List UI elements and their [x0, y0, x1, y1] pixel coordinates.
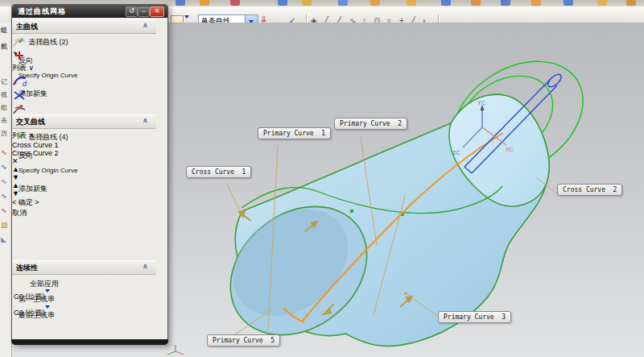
- collapse-arrow-icon[interactable]: ∧: [142, 21, 148, 29]
- primary-reverse-row[interactable]: 反向: [14, 52, 156, 68]
- curve-tool-icon-fragment: ∿: [1, 192, 7, 200]
- curve-tool-icon-fragment: ∿: [1, 163, 7, 171]
- label-cross-curve-2[interactable]: Cross Curve 2: [557, 184, 622, 196]
- dialog-titlebar[interactable]: 通过曲线网格 ↺ – ✕: [12, 5, 167, 18]
- section-header-cross-curves[interactable]: 交叉曲线 ∧: [12, 114, 156, 129]
- axis-label-zc: ZC: [452, 150, 460, 156]
- cross-origin-curve-row[interactable]: Specify Origin Curve: [14, 164, 156, 180]
- cross-origin-curve-label: Specify Origin Curve: [19, 167, 77, 174]
- primary-origin-curve-label: Specify Origin Curve: [19, 72, 77, 79]
- dialog-button-bar: < 确定 > 取消: [12, 197, 167, 218]
- toolbar-icon-fragment: [531, 0, 541, 6]
- toolbar-icon-fragment: [471, 0, 481, 6]
- leader-endpoint: [404, 292, 407, 295]
- collapse-arrow-icon[interactable]: ∧: [142, 116, 148, 124]
- panel-text-fragment: 航: [1, 42, 7, 51]
- toolbar-icon-fragment: [441, 0, 451, 6]
- dialog-close-button[interactable]: ✕: [150, 6, 164, 17]
- label-primary-curve-1[interactable]: Primary Curve 1: [258, 127, 331, 139]
- toolbar-icon-fragment: [564, 0, 573, 6]
- toolbar-icon-fragment: [278, 0, 287, 6]
- toolbar-icon-fragment: [370, 0, 380, 6]
- first-primary-string-row: 第一主线串 G0 (位置): [14, 292, 156, 307]
- panel-text-fragment: 视: [1, 90, 7, 99]
- panel-text-fragment: 记: [1, 77, 7, 86]
- section-header-primary-curves[interactable]: 主曲线 ∧: [12, 19, 156, 34]
- apply-all-label: 全部应用: [30, 279, 59, 289]
- through-curve-mesh-dialog: 通过曲线网格 ↺ – ✕ 主曲线 ∧ ✔ 选择曲线 (2) d 反向 Speci…: [11, 4, 168, 345]
- label-primary-curve-3[interactable]: Primary Curve 3: [438, 311, 511, 323]
- axis-label-yc: YC: [477, 100, 485, 106]
- cancel-button[interactable]: 取消: [12, 208, 167, 218]
- datum-csys-glyph: [167, 345, 184, 355]
- cross-select-curve-label: 选择曲线 (4): [28, 132, 68, 143]
- curve-tool-icon-fragment: ∿: [1, 148, 7, 156]
- curve-point: [350, 210, 353, 213]
- section-title: 连续性: [16, 263, 38, 273]
- toolbar-icon-fragment: [407, 0, 416, 6]
- cross-add-new-set-label: 添加新集: [19, 184, 47, 194]
- check-icon: ✔: [18, 131, 24, 140]
- toolbar-icon-fragment: [501, 0, 510, 6]
- section-title: 主曲线: [16, 22, 38, 32]
- toolbar-icon-fragment: [230, 0, 240, 6]
- toolbar-icon-fragment: [597, 0, 607, 6]
- label-primary-curve-2[interactable]: Primary Curve 2: [334, 118, 407, 130]
- panel-text-fragment: 能: [1, 103, 7, 112]
- primary-select-curve-label: 选择曲线 (2): [28, 37, 68, 48]
- curve-tool-icon-fragment: ∿: [1, 206, 7, 214]
- last-primary-string-row: 最后主线串 G0 (位置): [14, 308, 156, 323]
- toolbar-icon-fragment: [338, 0, 348, 6]
- primary-add-new-set-row[interactable]: 添加新集: [14, 85, 156, 100]
- curve-tool-icon-fragment: ∿: [1, 177, 7, 185]
- curve-tool-icon-fragment: ▨: [1, 221, 8, 229]
- apply-all-row[interactable]: 全部应用: [14, 277, 156, 290]
- cross-add-new-set-row[interactable]: 添加新集: [14, 181, 156, 195]
- collapse-arrow-icon[interactable]: ∧: [142, 262, 148, 270]
- cross-reverse-row[interactable]: 反向: [14, 147, 156, 163]
- panel-text-fragment: 组: [1, 26, 7, 35]
- cross-select-curve-row[interactable]: ✔ 选择曲线 (4): [14, 129, 156, 147]
- nx-application-window: { "dialog": { "title": "通过曲线网格", "titleb…: [0, 0, 644, 357]
- panel-text-fragment: 历: [1, 129, 7, 138]
- dialog-reset-button[interactable]: ↺: [126, 6, 138, 17]
- primary-origin-curve-row: Specify Origin Curve: [14, 68, 156, 85]
- dialog-minimize-button[interactable]: –: [138, 6, 150, 17]
- axis-label-xc: XC: [506, 147, 514, 152]
- cross-reverse-label: 反向: [19, 151, 33, 161]
- toolbar-icon-fragment: [302, 0, 312, 6]
- toolbar-icon-fragment: [626, 0, 636, 6]
- section-header-continuity[interactable]: 连续性 ∧: [12, 260, 156, 275]
- first-primary-string-label: 第一主线串: [19, 294, 55, 305]
- dialog-bottom-edge: [11, 339, 168, 345]
- last-primary-string-label: 最后主线串: [19, 310, 55, 321]
- label-cross-curve-1[interactable]: Cross Curve 1: [186, 166, 251, 178]
- curve-tool-icon-fragment: ◣: [1, 235, 6, 243]
- ok-button[interactable]: < 确定 >: [12, 197, 167, 208]
- toolbar-icon-fragment: [175, 0, 185, 6]
- label-primary-curve-5[interactable]: Primary Curve 5: [207, 334, 280, 347]
- clipped-row: [14, 323, 156, 326]
- section-title: 交叉曲线: [16, 117, 45, 127]
- toolbar-icon-fragment: [200, 0, 209, 6]
- check-icon: ✔: [18, 36, 24, 45]
- panel-text-fragment: 表: [1, 116, 7, 125]
- primary-add-new-set-label: 添加新集: [19, 89, 47, 99]
- resource-bar-strip: 组 航 记 视 能 表 历 ∿ ∿ ∿ ∿ ∿ ▨ ◣: [0, 23, 12, 357]
- primary-select-curve-row[interactable]: ✔ 选择曲线 (2): [14, 34, 156, 52]
- primary-reverse-label: 反向: [19, 56, 33, 66]
- dialog-title: 通过曲线网格: [18, 6, 66, 17]
